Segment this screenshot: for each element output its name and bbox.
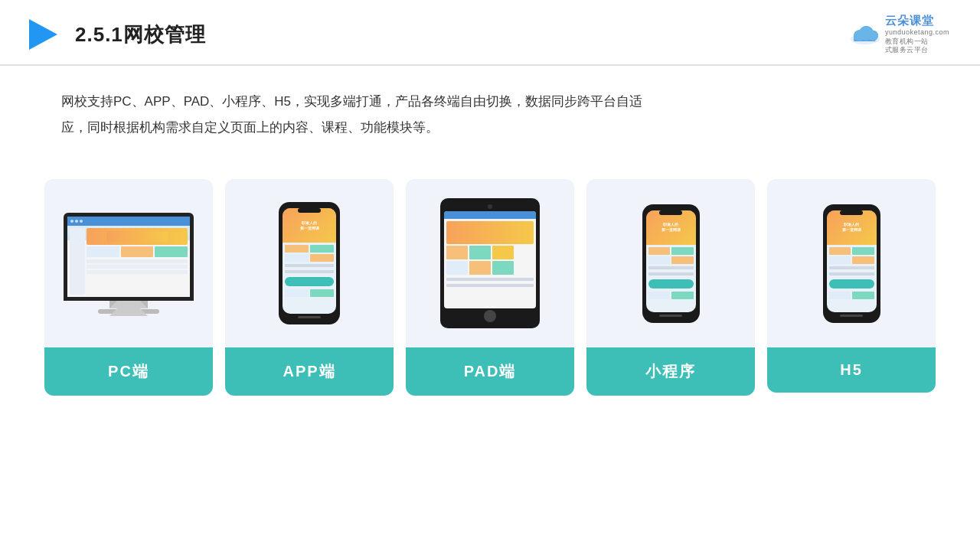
phone-block bbox=[671, 256, 694, 264]
phone-block bbox=[829, 292, 851, 299]
tablet-body bbox=[444, 219, 536, 308]
phone-cta bbox=[285, 277, 334, 286]
phone-notch bbox=[840, 210, 863, 215]
brand-logo: 云朵课堂 yunduoketang.com 教育机构一站式服务云平台 bbox=[848, 14, 949, 55]
tablet-cell bbox=[492, 261, 514, 275]
phone-row bbox=[648, 292, 694, 299]
phone-row bbox=[285, 289, 334, 297]
monitor-mockup bbox=[64, 213, 194, 314]
tablet-cell bbox=[469, 261, 491, 275]
page-title: 2.5.1网校管理 bbox=[75, 21, 206, 48]
logo-arrow-icon bbox=[23, 15, 61, 54]
phone-screen: 职途人的第一堂网课 bbox=[827, 210, 877, 312]
header-left: 2.5.1网校管理 bbox=[23, 15, 206, 54]
row-line bbox=[87, 270, 188, 274]
tablet-banner bbox=[446, 221, 534, 244]
monitor-body bbox=[67, 226, 190, 297]
phone-text-line bbox=[648, 266, 694, 269]
phone-screen-top: 职途人的第一堂网课 bbox=[283, 208, 336, 243]
card-pc-image bbox=[44, 179, 213, 347]
tablet-cell bbox=[492, 246, 514, 259]
tablet-cell bbox=[469, 246, 491, 259]
header: 2.5.1网校管理 云朵课堂 yunduoketang.com 教育机构一站式服… bbox=[0, 0, 980, 66]
card-miniprogram-label: 小程序 bbox=[586, 347, 755, 396]
phone-row bbox=[648, 247, 694, 255]
monitor-content bbox=[67, 217, 190, 297]
logo-tagline: 教育机构一站式服务云平台 bbox=[885, 37, 929, 55]
card-h5-label: H5 bbox=[767, 347, 936, 393]
monitor-sidebar bbox=[70, 228, 85, 295]
phone-row bbox=[829, 256, 874, 264]
phone-cta bbox=[829, 279, 874, 289]
nav-dot bbox=[80, 220, 83, 223]
logo-text-group: 云朵课堂 yunduoketang.com 教育机构一站式服务云平台 bbox=[885, 14, 949, 55]
phone-screen-top: 职途人的第一堂网课 bbox=[646, 210, 696, 245]
card-app-image: 职途人的第一堂网课 bbox=[225, 179, 394, 347]
card-pad: PAD端 bbox=[406, 179, 574, 396]
phone-block bbox=[852, 256, 874, 264]
row-line bbox=[87, 265, 188, 269]
monitor-card bbox=[87, 246, 119, 257]
phone-block bbox=[671, 292, 694, 299]
phone-text-line bbox=[285, 270, 334, 273]
monitor-screen bbox=[64, 213, 194, 301]
tablet-grid bbox=[446, 246, 534, 275]
phone-cta bbox=[648, 279, 694, 289]
phone-block bbox=[648, 256, 671, 264]
phone-mockup: 职途人的第一堂网课 bbox=[279, 202, 340, 324]
card-pc-label: PC端 bbox=[44, 347, 213, 396]
tablet-screen bbox=[444, 211, 536, 308]
card-pc: PC端 bbox=[44, 179, 213, 396]
phone-row bbox=[829, 247, 874, 255]
phone-row bbox=[285, 254, 334, 262]
card-pad-image bbox=[406, 179, 574, 347]
monitor-cards bbox=[87, 246, 188, 257]
phone-block bbox=[648, 247, 671, 255]
phone-banner-text: 职途人的第一堂网课 bbox=[300, 220, 319, 231]
card-miniprogram-image: 职途人的第一堂网课 bbox=[586, 179, 755, 347]
phone-block bbox=[310, 245, 334, 253]
logo-url: yunduoketang.com bbox=[885, 28, 949, 37]
svg-marker-0 bbox=[29, 19, 57, 50]
phone-text-line bbox=[285, 264, 334, 267]
monitor-card bbox=[155, 246, 188, 257]
tablet-mockup bbox=[440, 198, 540, 328]
phone-row bbox=[829, 292, 874, 299]
phone-mockup-mini: 职途人的第一堂网课 bbox=[642, 204, 700, 323]
cloud-logo-container: 云朵课堂 yunduoketang.com 教育机构一站式服务云平台 bbox=[848, 14, 949, 55]
monitor-banner bbox=[87, 228, 188, 245]
phone-body bbox=[827, 245, 877, 302]
card-h5: 职途人的第一堂网课 bbox=[767, 179, 936, 393]
tablet-home-button bbox=[484, 310, 496, 322]
row-line bbox=[87, 259, 188, 263]
phone-text-line bbox=[829, 266, 874, 269]
phone-text-line bbox=[829, 272, 874, 276]
svg-rect-9 bbox=[854, 35, 875, 40]
description-text: 网校支持PC、APP、PAD、小程序、H5，实现多端打通，产品各终端自由切换，数… bbox=[0, 66, 727, 148]
platform-cards: PC端 职途人的第一堂网课 bbox=[0, 156, 980, 396]
phone-block bbox=[829, 247, 851, 255]
monitor-stand bbox=[109, 301, 148, 308]
tablet-line bbox=[446, 278, 534, 281]
nav-dot bbox=[70, 220, 74, 223]
phone-block bbox=[852, 247, 874, 255]
tablet-line bbox=[446, 284, 534, 287]
cloud-icon bbox=[848, 22, 882, 47]
phone-block bbox=[648, 292, 671, 299]
phone-screen: 职途人的第一堂网课 bbox=[283, 208, 336, 314]
phone-banner-text: 职途人的第一堂网课 bbox=[662, 222, 681, 233]
card-miniprogram: 职途人的第一堂网课 bbox=[586, 179, 755, 396]
phone-notch bbox=[659, 210, 682, 215]
phone-body bbox=[646, 245, 696, 302]
phone-home-bar bbox=[659, 315, 682, 317]
tablet-nav bbox=[444, 211, 536, 219]
phone-row bbox=[285, 245, 334, 253]
tablet-camera bbox=[488, 204, 492, 209]
nav-dot bbox=[75, 220, 78, 223]
monitor-card bbox=[121, 246, 154, 257]
phone-screen-top: 职途人的第一堂网课 bbox=[827, 210, 877, 245]
tablet-cell bbox=[446, 261, 468, 275]
monitor-nav bbox=[67, 217, 190, 226]
phone-row bbox=[648, 256, 694, 264]
phone-body bbox=[283, 243, 336, 299]
